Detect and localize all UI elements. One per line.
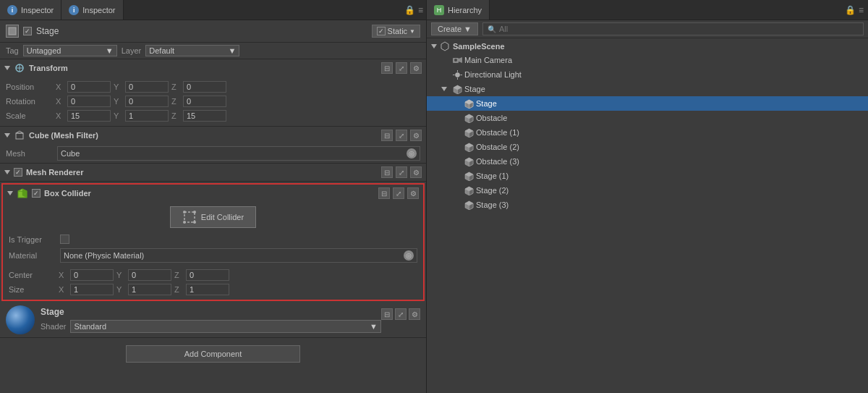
mesh-renderer-header[interactable]: Mesh Renderer ⊟ ⤢ ⚙ [0,164,426,181]
static-checkbox[interactable] [377,27,386,35]
mesh-renderer-menu-btn[interactable]: ⚙ [410,166,422,178]
object-active-checkbox[interactable] [23,27,32,35]
create-arrow: ▼ [464,25,472,33]
edit-collider-icon [182,210,197,224]
position-y-input[interactable] [125,81,169,93]
cube-icon [463,141,475,153]
tab-inspector-2[interactable]: i Inspector [61,0,123,20]
transform-title: Transform [29,64,378,72]
svg-rect-4 [16,133,23,139]
mesh-filter-expand-btn[interactable]: ⤢ [396,130,407,141]
center-row: Center X Y Z [9,268,417,282]
stage-focus-btn[interactable]: ⊟ [381,308,393,320]
center-y-input[interactable] [128,269,171,281]
static-button[interactable]: Static ▼ [372,25,420,38]
is-trigger-checkbox[interactable] [60,234,69,244]
cube-icon [463,156,475,167]
transform-menu-btn[interactable]: ⚙ [410,62,422,74]
collider-material-label: Material [9,251,56,260]
box-collider-checkbox[interactable] [32,189,41,198]
transform-expand-btn[interactable]: ⤢ [396,62,407,74]
rotation-z-input[interactable] [183,96,226,107]
transform-header[interactable]: Transform ⊟ ⤢ ⚙ [0,59,426,77]
tab-hierarchy[interactable]: H Hierarchy [427,0,490,20]
tag-arrow: ▼ [106,46,114,55]
edit-collider-button[interactable]: Edit Collider [170,206,256,228]
inspector-tab-label-1: Inspector [21,6,54,14]
list-item[interactable]: Stage [427,96,868,111]
search-input[interactable] [499,25,859,33]
list-item[interactable]: Stage (2) [427,183,868,198]
menu-icon[interactable]: ≡ [418,5,423,15]
hier-menu-icon[interactable]: ≡ [859,5,864,15]
size-y-input[interactable] [128,284,171,295]
center-z-input[interactable] [186,269,229,281]
camera-icon [451,54,463,66]
stage-menu-btn[interactable]: ⚙ [409,308,420,320]
rotation-x-input[interactable] [67,96,111,107]
size-z-input[interactable] [186,284,229,295]
mesh-renderer-header-btns: ⊟ ⤢ ⚙ [381,166,422,178]
mesh-picker-btn[interactable]: ◎ [407,148,417,159]
edit-collider-label: Edit Collider [201,213,244,221]
size-row: Size X Y Z [9,282,417,297]
shader-value: Standard [74,322,106,331]
tag-dropdown[interactable]: Untagged ▼ [23,45,117,56]
box-collider-header[interactable]: Box Collider ⊟ ⤢ ⚙ [3,185,423,202]
mesh-renderer-collapse-icon [4,170,10,174]
layer-label: Layer [122,46,142,55]
shader-dropdown[interactable]: Standard ▼ [70,320,381,333]
rotation-y-input[interactable] [125,96,169,107]
box-collider-expand-btn[interactable]: ⤢ [393,187,404,199]
mesh-filter-component: Cube (Mesh Filter) ⊟ ⤢ ⚙ Mesh Cube ◎ [0,127,426,164]
tab-bar-actions: 🔒 ≡ [404,0,426,20]
transform-collapse-icon [4,66,10,70]
scene-root[interactable]: SampleScene [427,40,868,53]
mesh-filter-focus-btn[interactable]: ⊟ [381,130,393,141]
mesh-renderer-expand-btn[interactable]: ⤢ [396,166,407,178]
stage-expand-btn[interactable]: ⤢ [395,308,407,320]
lock-icon[interactable]: 🔒 [404,5,415,15]
box-collider-focus-btn[interactable]: ⊟ [378,187,390,199]
list-item[interactable]: Stage [427,82,868,96]
mesh-filter-menu-btn[interactable]: ⚙ [410,130,422,141]
box-collider-collapse-icon [7,191,13,195]
position-z-input[interactable] [183,81,226,93]
list-item[interactable]: Stage (3) [427,198,868,212]
expand-icon [441,87,447,91]
svg-point-10 [183,211,186,214]
list-item[interactable]: Obstacle (3) [427,154,868,169]
mesh-renderer-checkbox[interactable] [14,168,22,177]
collider-material-picker[interactable]: ◎ [404,250,414,261]
object-name-input[interactable] [36,26,367,36]
list-item[interactable]: Obstacle [427,111,868,125]
collider-material-field[interactable]: None (Physic Material) ◎ [60,248,417,263]
add-component-button[interactable]: Add Component [126,345,301,363]
list-item[interactable]: Obstacle (2) [427,140,868,154]
hier-lock-icon[interactable]: 🔒 [845,5,856,15]
tab-inspector-1[interactable]: i Inspector [0,0,61,20]
scale-x-input[interactable] [67,110,111,122]
transform-focus-btn[interactable]: ⊟ [381,62,393,74]
mesh-renderer-focus-btn[interactable]: ⊟ [381,166,393,178]
inspector-tab-label-2: Inspector [82,6,115,14]
svg-point-11 [193,211,196,214]
list-item[interactable]: Main Camera [427,53,868,67]
scale-z-input[interactable] [183,110,226,122]
list-item[interactable]: Directional Light [427,67,868,82]
mesh-filter-header-btns: ⊟ ⤢ ⚙ [381,130,422,141]
tag-label: Tag [6,46,19,55]
create-button[interactable]: Create ▼ [431,22,478,35]
scale-y-input[interactable] [125,110,169,122]
mesh-field[interactable]: Cube ◎ [57,146,420,161]
size-x-input[interactable] [70,284,114,295]
item-expand-arrow[interactable] [441,85,450,93]
layer-dropdown[interactable]: Default ▼ [145,45,239,56]
box-collider-menu-btn[interactable]: ⚙ [407,187,419,199]
search-field[interactable]: 🔍 [482,22,864,35]
list-item[interactable]: Stage (1) [427,169,868,183]
center-x-input[interactable] [70,269,114,281]
mesh-filter-header[interactable]: Cube (Mesh Filter) ⊟ ⤢ ⚙ [0,127,426,144]
list-item[interactable]: Obstacle (1) [427,125,868,140]
position-x-input[interactable] [67,81,111,93]
